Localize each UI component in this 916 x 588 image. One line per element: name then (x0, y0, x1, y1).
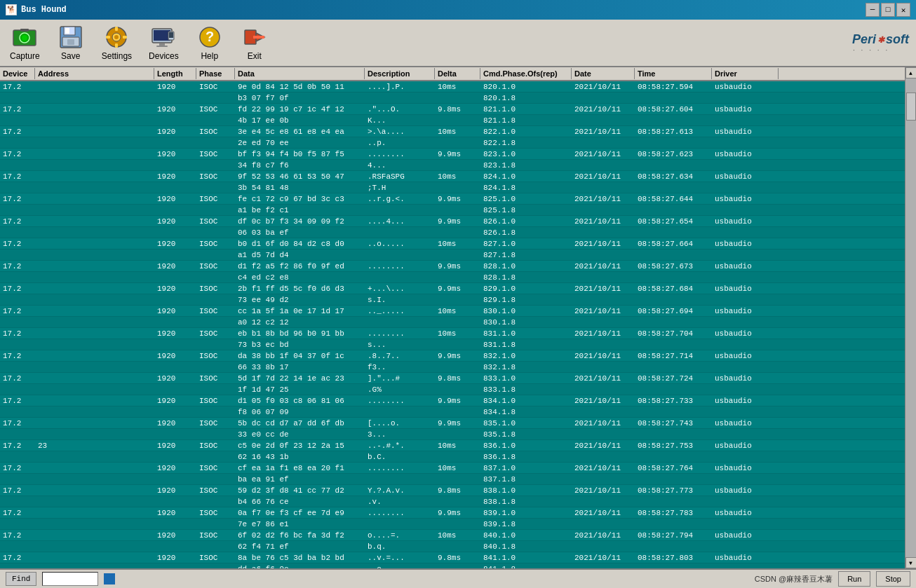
table-row[interactable]: 33 e0 cc de3...835.1.8 (0, 429, 905, 440)
table-row[interactable]: b4 66 76 ce.v.838.1.8 (0, 496, 905, 507)
table-cell-cmdphase: 829.1.0 (480, 285, 572, 293)
settings-button[interactable]: Settings (97, 23, 136, 62)
table-row[interactable]: 17.21920ISOCd1 f2 a5 f2 86 f0 9f ed.....… (0, 261, 905, 272)
table-body[interactable]: 17.21920ISOC9e 0d 84 12 5d 0b 50 11....]… (0, 81, 905, 568)
table-cell-length: 1920 (154, 419, 196, 428)
toolbar: Capture Save Settings (0, 20, 916, 67)
window-controls[interactable]: ─ □ ✕ (866, 3, 910, 17)
table-cell-driver: usbaudio (712, 307, 779, 315)
table-cell-time: 08:58:27.724 (635, 374, 712, 383)
table-row[interactable]: 17.21920ISOCdf 0c b7 f3 34 09 09 f2....4… (0, 216, 905, 227)
exit-button[interactable]: Exit (236, 23, 273, 62)
run-button[interactable]: Run (838, 571, 870, 587)
table-cell-device: 17.2 (0, 531, 35, 540)
table-row[interactable]: dd a6 f6 9e..o.841.1.8 (0, 563, 905, 568)
table-row[interactable]: 06 03 ba ef826.1.8 (0, 227, 905, 238)
table-cell-data: fe c1 72 c9 67 bd 3c c3 (235, 195, 365, 203)
table-cell-time: 08:58:27.794 (635, 531, 712, 540)
svg-rect-14 (123, 36, 127, 39)
table-row[interactable]: b3 07 f7 0f820.1.8 (0, 93, 905, 104)
table-row[interactable]: 34 f8 c7 f64...823.1.8 (0, 160, 905, 171)
minimize-button[interactable]: ─ (866, 3, 880, 17)
find-button[interactable]: Find (6, 572, 36, 586)
table-cell-cmdphase: 840.1.0 (480, 531, 572, 540)
maximize-button[interactable]: □ (881, 3, 895, 17)
scroll-up-button[interactable]: ▲ (905, 67, 917, 78)
table-cell-desc: ..r.g.<. (365, 195, 435, 203)
scroll-track[interactable] (905, 78, 916, 557)
table-row[interactable]: 3b 54 81 48;T.H824.1.8 (0, 182, 905, 193)
table-row[interactable]: 17.21920ISOCcc 1a 5f 1a 0e 17 1d 17.._..… (0, 306, 905, 317)
table-row[interactable]: 17.21920ISOCfe c1 72 c9 67 bd 3c c3..r.g… (0, 193, 905, 205)
table-cell-length: 1920 (154, 262, 196, 271)
table-row[interactable]: 17.21920ISOCfd 22 99 19 c7 1c 4f 12."...… (0, 104, 905, 115)
svg-rect-6 (65, 28, 69, 34)
table-row[interactable]: 62 16 43 1bb.C.836.1.8 (0, 451, 905, 463)
table-cell-data: a1 d5 7d d4 (235, 251, 365, 259)
table-row[interactable]: a1 d5 7d d4827.1.8 (0, 249, 905, 261)
scroll-down-button[interactable]: ▼ (905, 557, 917, 568)
table-row[interactable]: 17.21920ISOC2b f1 ff d5 5c f0 d6 d3+...\… (0, 283, 905, 294)
table-cell-length: 1920 (154, 486, 196, 495)
table-row[interactable]: 62 f4 71 efb.q.840.1.8 (0, 541, 905, 552)
table-cell-date: 2021/10/11 (572, 352, 635, 360)
table-row[interactable]: 17.21920ISOC0a f7 0e f3 cf ee 7d e9.....… (0, 507, 905, 519)
table-row[interactable]: c4 ed c2 e8828.1.8 (0, 272, 905, 283)
table-cell-delta: 10ms (435, 442, 480, 450)
table-cell-date: 2021/10/11 (572, 195, 635, 203)
table-cell-data: dd a6 f6 9e (235, 565, 365, 569)
capture-label: Capture (10, 51, 40, 61)
title-bar: 🐕 Bus Hound ─ □ ✕ (0, 0, 916, 20)
table-cell-phase: ISOC (196, 442, 235, 450)
stop-button[interactable]: Stop (876, 571, 910, 587)
table-row[interactable]: 17.21920ISOCda 38 bb 1f 04 37 0f 1c.8..7… (0, 350, 905, 362)
table-row[interactable]: 17.21920ISOC8a be 76 c5 3d ba b2 bd..v.=… (0, 552, 905, 563)
find-input[interactable] (42, 572, 98, 586)
table-row[interactable]: a1 be f2 c1825.1.8 (0, 205, 905, 216)
table-row[interactable]: 17.21920ISOCbf f3 94 f4 b0 f5 87 f5.....… (0, 149, 905, 160)
table-row[interactable]: 73 b3 ec bds...831.1.8 (0, 339, 905, 350)
close-button[interactable]: ✕ (896, 3, 910, 17)
save-button[interactable]: Save (53, 23, 89, 62)
table-cell-desc: .G% (365, 385, 435, 394)
table-row[interactable]: 17.21920ISOCeb b1 8b bd 96 b0 91 bb.....… (0, 328, 905, 339)
table-cell-data: a1 be f2 c1 (235, 206, 365, 214)
table-row[interactable]: 7e e7 86 e1839.1.8 (0, 519, 905, 530)
scroll-thumb[interactable] (906, 93, 916, 121)
col-header-address: Address (35, 68, 154, 79)
table-row[interactable]: 4b 17 ee 0bK...821.1.8 (0, 115, 905, 126)
table-row[interactable]: ba ea 91 ef837.1.8 (0, 474, 905, 485)
table-row[interactable]: a0 12 c2 12830.1.8 (0, 317, 905, 328)
vertical-scrollbar[interactable]: ▲ ▼ (905, 67, 916, 568)
table-row[interactable]: 1f 1d 47 25.G%833.1.8 (0, 384, 905, 395)
table-cell-desc: 3... (365, 430, 435, 439)
table-row[interactable]: 2e ed 70 ee..p.822.1.8 (0, 137, 905, 149)
table-row[interactable]: 73 ee 49 d2s.I.829.1.8 (0, 294, 905, 306)
table-row[interactable]: 66 33 8b 17f3..832.1.8 (0, 362, 905, 373)
table-cell-data: 5d 1f 7d 22 14 1e ac 23 (235, 374, 365, 383)
table-row[interactable]: 17.21920ISOCcf ea 1a f1 e8 ea 20 f1.....… (0, 463, 905, 474)
table-row[interactable]: 17.21920ISOC9e 0d 84 12 5d 0b 50 11....]… (0, 81, 905, 93)
table-cell-desc: K... (365, 116, 435, 125)
table-cell-time: 08:58:27.764 (635, 464, 712, 472)
table-row[interactable]: 17.2231920ISOCc5 0e 2d 0f 23 12 2a 15..-… (0, 440, 905, 451)
table-row[interactable]: 17.21920ISOC6f 02 d2 f6 bc fa 3d f2o....… (0, 530, 905, 541)
settings-label: Settings (102, 51, 132, 61)
table-cell-data: b0 d1 6f d0 84 d2 c8 d0 (235, 240, 365, 248)
table-row[interactable]: f8 06 07 09834.1.8 (0, 406, 905, 418)
table-row[interactable]: 17.21920ISOC3e e4 5c e8 61 e8 e4 ea>.\a.… (0, 126, 905, 137)
capture-button[interactable]: Capture (6, 23, 44, 62)
devices-button[interactable]: Devices (144, 23, 183, 62)
help-button[interactable]: ? Help (191, 23, 228, 62)
table-cell-device: 17.2 (0, 352, 35, 360)
table-row[interactable]: 17.21920ISOC5d 1f 7d 22 14 1e ac 23]."..… (0, 373, 905, 384)
table-row[interactable]: 17.21920ISOC59 d2 3f d8 41 cc 77 d2Y.?.A… (0, 485, 905, 496)
table-cell-cmdphase: 834.1.8 (480, 408, 572, 416)
table-cell-delta: 10ms (435, 128, 480, 136)
table-cell-cmdphase: 820.1.8 (480, 94, 572, 102)
table-row[interactable]: 17.21920ISOCb0 d1 6f d0 84 d2 c8 d0..o..… (0, 238, 905, 249)
table-container: Device Address Length Phase Data Descrip… (0, 67, 905, 568)
table-row[interactable]: 17.21920ISOCd1 05 f0 03 c8 06 81 06.....… (0, 395, 905, 406)
table-row[interactable]: 17.21920ISOC9f 52 53 46 61 53 50 47.RSFa… (0, 171, 905, 182)
table-row[interactable]: 17.21920ISOC5b dc cd d7 a7 dd 6f db[....… (0, 418, 905, 429)
